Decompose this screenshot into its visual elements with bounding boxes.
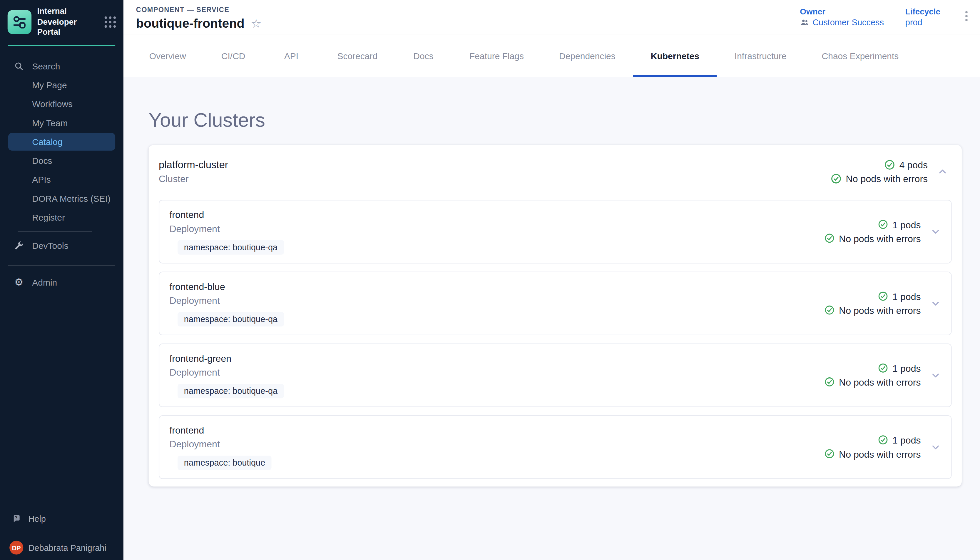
sidebar-item-my-team[interactable]: My Team	[8, 114, 115, 132]
check-circle-icon	[878, 219, 888, 229]
check-circle-icon	[824, 305, 834, 315]
sidebar-item-dora-metrics[interactable]: DORA Metrics (SEI)	[8, 190, 115, 207]
deployment-kind: Deployment	[169, 437, 271, 451]
deployment-kind: Deployment	[169, 293, 284, 307]
sidebar-item-label: Workflows	[32, 99, 73, 109]
sidebar-item-admin[interactable]: ⚙ Admin	[8, 273, 115, 291]
sidebar-item-apis[interactable]: APIs	[8, 171, 115, 188]
wrench-icon	[11, 241, 27, 251]
check-circle-icon	[824, 377, 834, 387]
sidebar-nav: Search My Page Workflows My Team Catalog…	[0, 46, 123, 292]
deployment-name: frontend-green	[169, 352, 284, 366]
cluster-card: platform-cluster Cluster 4 pods No pods …	[149, 145, 962, 487]
tab-docs[interactable]: Docs	[395, 35, 452, 77]
chevron-down-icon[interactable]	[930, 226, 941, 237]
tab-cicd[interactable]: CI/CD	[204, 35, 263, 77]
sidebar-footer: ? Help DP Debabrata Panigrahi	[0, 510, 123, 560]
deployment-name: frontend	[169, 208, 284, 222]
deployment-kind: Deployment	[169, 366, 284, 379]
deployment-pods-count: 1 pods	[892, 291, 921, 302]
circuit-sliders-icon	[10, 13, 29, 32]
deployment-errors-status: No pods with errors	[839, 448, 921, 459]
user-avatar: DP	[8, 541, 25, 554]
tab-api[interactable]: API	[263, 35, 320, 77]
sidebar: Internal Developer Portal Search My Page…	[0, 0, 123, 560]
sidebar-item-docs[interactable]: Docs	[8, 152, 115, 169]
cluster-accordion-header[interactable]: platform-cluster Cluster 4 pods No pods …	[159, 145, 952, 192]
namespace-chip: namespace: boutique-qa	[178, 312, 284, 327]
deployment-row[interactable]: frontend Deployment namespace: boutique-…	[159, 200, 952, 263]
deployment-name: frontend-blue	[169, 280, 284, 293]
tab-kubernetes[interactable]: Kubernetes	[633, 35, 717, 77]
user-profile[interactable]: DP Debabrata Panigrahi	[8, 539, 115, 557]
star-outline-icon[interactable]: ☆	[251, 18, 262, 30]
user-name: Debabrata Panigrahi	[28, 543, 106, 552]
owner-link[interactable]: Customer Success	[812, 18, 884, 27]
sidebar-item-my-page[interactable]: My Page	[8, 76, 115, 94]
sidebar-item-label: APIs	[32, 174, 51, 184]
tab-infrastructure[interactable]: Infrastructure	[717, 35, 804, 77]
sidebar-item-label: DORA Metrics (SEI)	[32, 193, 111, 203]
app-logo-icon[interactable]	[8, 10, 32, 34]
check-circle-icon	[878, 291, 888, 301]
tab-chaos-experiments[interactable]: Chaos Experiments	[804, 35, 917, 77]
sidebar-item-register[interactable]: Register	[8, 208, 115, 226]
tab-overview[interactable]: Overview	[132, 35, 204, 77]
cluster-pods-count: 4 pods	[899, 159, 928, 170]
sidebar-item-label: Catalog	[32, 137, 62, 147]
owner-block: Owner Customer Success	[800, 7, 884, 27]
apps-grid-icon[interactable]	[105, 17, 116, 28]
page-title: boutique-frontend	[136, 17, 244, 31]
cluster-name: platform-cluster	[159, 158, 228, 172]
namespace-chip: namespace: boutique-qa	[178, 240, 284, 254]
check-circle-icon	[824, 449, 834, 459]
cluster-kind: Cluster	[159, 172, 228, 185]
sidebar-item-label: Admin	[32, 277, 57, 287]
app-root: Internal Developer Portal Search My Page…	[0, 0, 980, 560]
app-title: Internal Developer Portal	[37, 6, 99, 38]
entity-meta: Owner Customer Success Lifecycle prod	[800, 7, 971, 27]
tab-dependencies[interactable]: Dependencies	[541, 35, 633, 77]
deployment-row[interactable]: frontend Deployment namespace: boutique …	[159, 415, 952, 479]
deployment-kind: Deployment	[169, 222, 284, 236]
check-circle-icon	[824, 233, 834, 243]
search-icon	[11, 61, 27, 71]
deployment-row[interactable]: frontend-green Deployment namespace: bou…	[159, 343, 952, 407]
lifecycle-block: Lifecycle prod	[905, 7, 940, 27]
check-circle-icon	[884, 159, 895, 170]
chevron-down-icon[interactable]	[930, 298, 941, 308]
sidebar-item-label: Docs	[32, 156, 52, 166]
sidebar-item-label: My Team	[32, 118, 68, 128]
kebab-icon[interactable]	[962, 11, 971, 24]
people-icon	[800, 18, 809, 27]
namespace-chip: namespace: boutique	[178, 456, 271, 470]
sidebar-item-label: My Page	[32, 80, 67, 90]
check-circle-icon	[878, 435, 888, 445]
check-circle-icon	[878, 363, 888, 373]
deployment-row[interactable]: frontend-blue Deployment namespace: bout…	[159, 272, 952, 335]
sidebar-item-search[interactable]: Search	[8, 57, 115, 75]
sidebar-item-workflows[interactable]: Workflows	[8, 95, 115, 113]
tab-scorecard[interactable]: Scorecard	[319, 35, 395, 77]
viewport: Internal Developer Portal Search My Page…	[0, 0, 980, 560]
check-circle-icon	[831, 173, 841, 183]
chevron-down-icon[interactable]	[930, 442, 941, 452]
help-button[interactable]: ? Help	[8, 510, 115, 527]
clusters-heading: Your Clusters	[149, 109, 980, 132]
deployment-pods-count: 1 pods	[892, 434, 921, 445]
sidebar-header: Internal Developer Portal	[0, 0, 123, 45]
cluster-errors-status: No pods with errors	[846, 173, 928, 183]
sidebar-item-catalog[interactable]: Catalog	[8, 133, 115, 151]
namespace-chip: namespace: boutique-qa	[178, 384, 284, 398]
deployment-name: frontend	[169, 423, 271, 437]
chevron-down-icon[interactable]	[930, 370, 941, 380]
sidebar-item-devtools[interactable]: DevTools	[8, 237, 115, 254]
main-area: COMPONENT — SERVICE boutique-frontend ☆ …	[123, 0, 980, 560]
kubernetes-tab-content: Your Clusters platform-cluster Cluster 4…	[123, 77, 980, 560]
lifecycle-label: Lifecycle	[905, 7, 940, 17]
deployment-errors-status: No pods with errors	[839, 233, 921, 243]
chevron-up-icon[interactable]	[937, 166, 948, 177]
tab-feature-flags[interactable]: Feature Flags	[452, 35, 541, 77]
svg-text:?: ?	[14, 515, 17, 520]
deployment-errors-status: No pods with errors	[839, 377, 921, 387]
